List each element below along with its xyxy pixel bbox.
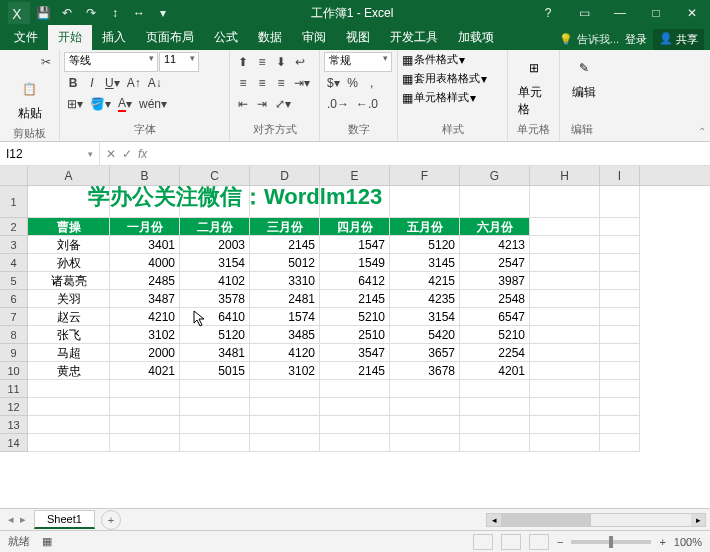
cell[interactable] (600, 416, 640, 434)
cell[interactable]: 孙权 (28, 254, 110, 272)
cell[interactable] (530, 326, 600, 344)
cell[interactable]: 3578 (180, 290, 250, 308)
cell[interactable]: 6547 (460, 308, 530, 326)
cell[interactable]: 5120 (390, 236, 460, 254)
login-link[interactable]: 登录 (625, 32, 647, 47)
tab-file[interactable]: 文件 (4, 25, 48, 50)
horizontal-scrollbar[interactable]: ◂ ▸ (486, 513, 706, 527)
row-header[interactable]: 8 (0, 326, 28, 344)
cell[interactable]: 3310 (250, 272, 320, 290)
cell[interactable] (600, 344, 640, 362)
cell[interactable]: 5210 (460, 326, 530, 344)
cell[interactable] (530, 218, 600, 236)
cell[interactable] (250, 398, 320, 416)
indent-dec-icon[interactable]: ⇤ (234, 94, 252, 114)
cell[interactable] (460, 380, 530, 398)
cell[interactable] (600, 362, 640, 380)
align-bottom-icon[interactable]: ⬇ (272, 52, 290, 72)
minimize-icon[interactable]: — (602, 3, 638, 23)
cell[interactable]: 2145 (320, 290, 390, 308)
sheet-tab[interactable]: Sheet1 (34, 510, 95, 529)
cell[interactable] (530, 416, 600, 434)
scroll-left-icon[interactable]: ◂ (487, 514, 501, 526)
wrap-text-icon[interactable]: ↩ (291, 52, 309, 72)
cell[interactable] (28, 434, 110, 452)
zoom-level[interactable]: 100% (674, 536, 702, 548)
cell-style-button[interactable]: ▦单元格样式▾ (402, 90, 476, 105)
cell[interactable] (250, 380, 320, 398)
cell[interactable]: 2481 (250, 290, 320, 308)
bold-icon[interactable]: B (64, 73, 82, 93)
cell[interactable]: 5210 (320, 308, 390, 326)
row-header[interactable]: 12 (0, 398, 28, 416)
cell[interactable]: 6412 (320, 272, 390, 290)
cell[interactable] (110, 380, 180, 398)
tab-view[interactable]: 视图 (336, 25, 380, 50)
cell[interactable]: 学办公关注微信：Wordlm123 (28, 186, 110, 218)
col-header[interactable]: B (110, 166, 180, 185)
cell[interactable] (320, 398, 390, 416)
add-sheet-icon[interactable]: + (101, 510, 121, 530)
cell[interactable]: 3102 (110, 326, 180, 344)
close-icon[interactable]: ✕ (674, 3, 710, 23)
tab-review[interactable]: 审阅 (292, 25, 336, 50)
col-header[interactable]: A (28, 166, 110, 185)
view-break-icon[interactable] (529, 534, 549, 550)
cell[interactable]: 马超 (28, 344, 110, 362)
cell[interactable] (530, 434, 600, 452)
cell[interactable]: 3102 (250, 362, 320, 380)
font-size-select[interactable]: 11 (159, 52, 199, 72)
cell[interactable] (390, 416, 460, 434)
cell[interactable]: 1549 (320, 254, 390, 272)
cell[interactable]: 3145 (390, 254, 460, 272)
currency-icon[interactable]: $▾ (324, 73, 343, 93)
tab-addins[interactable]: 加载项 (448, 25, 504, 50)
cell[interactable]: 5012 (250, 254, 320, 272)
macro-icon[interactable]: ▦ (42, 535, 52, 548)
view-normal-icon[interactable] (473, 534, 493, 550)
orientation-icon[interactable]: ⤢▾ (272, 94, 294, 114)
sheet-prev-icon[interactable]: ◂ (8, 513, 14, 526)
cell[interactable]: 3487 (110, 290, 180, 308)
cell[interactable]: 3547 (320, 344, 390, 362)
cell[interactable]: 五月份 (390, 218, 460, 236)
font-name-select[interactable]: 等线 (64, 52, 158, 72)
cut-icon[interactable]: ✂ (37, 52, 55, 72)
cell[interactable]: 4213 (460, 236, 530, 254)
col-header[interactable]: F (390, 166, 460, 185)
row-header[interactable]: 7 (0, 308, 28, 326)
enter-formula-icon[interactable]: ✓ (122, 147, 132, 161)
row-header[interactable]: 6 (0, 290, 28, 308)
indent-inc-icon[interactable]: ⇥ (253, 94, 271, 114)
cell[interactable]: 关羽 (28, 290, 110, 308)
inc-decimal-icon[interactable]: .0→ (324, 94, 352, 114)
cell[interactable] (110, 398, 180, 416)
arrow1-icon[interactable]: ↕ (104, 3, 126, 23)
cell[interactable]: 3678 (390, 362, 460, 380)
row-header[interactable]: 10 (0, 362, 28, 380)
cell[interactable]: 4235 (390, 290, 460, 308)
cell[interactable] (600, 380, 640, 398)
cell[interactable]: 二月份 (180, 218, 250, 236)
col-header[interactable]: C (180, 166, 250, 185)
cell[interactable]: 3657 (390, 344, 460, 362)
cell[interactable] (390, 186, 460, 218)
table-format-button[interactable]: ▦套用表格格式▾ (402, 71, 487, 86)
cell[interactable] (460, 434, 530, 452)
cell[interactable]: 一月份 (110, 218, 180, 236)
cell[interactable] (320, 380, 390, 398)
cell[interactable] (250, 434, 320, 452)
col-header[interactable]: H (530, 166, 600, 185)
italic-icon[interactable]: I (83, 73, 101, 93)
cell[interactable] (530, 236, 600, 254)
row-header[interactable]: 3 (0, 236, 28, 254)
row-header[interactable]: 4 (0, 254, 28, 272)
cells-button[interactable]: ⊞ 单元格 (512, 52, 555, 120)
row-header[interactable]: 1 (0, 186, 28, 218)
share-button[interactable]: 👤共享 (653, 29, 704, 50)
cell[interactable]: 4102 (180, 272, 250, 290)
save-icon[interactable]: 💾 (32, 3, 54, 23)
cell[interactable]: 3987 (460, 272, 530, 290)
sheet-next-icon[interactable]: ▸ (20, 513, 26, 526)
row-header[interactable]: 13 (0, 416, 28, 434)
